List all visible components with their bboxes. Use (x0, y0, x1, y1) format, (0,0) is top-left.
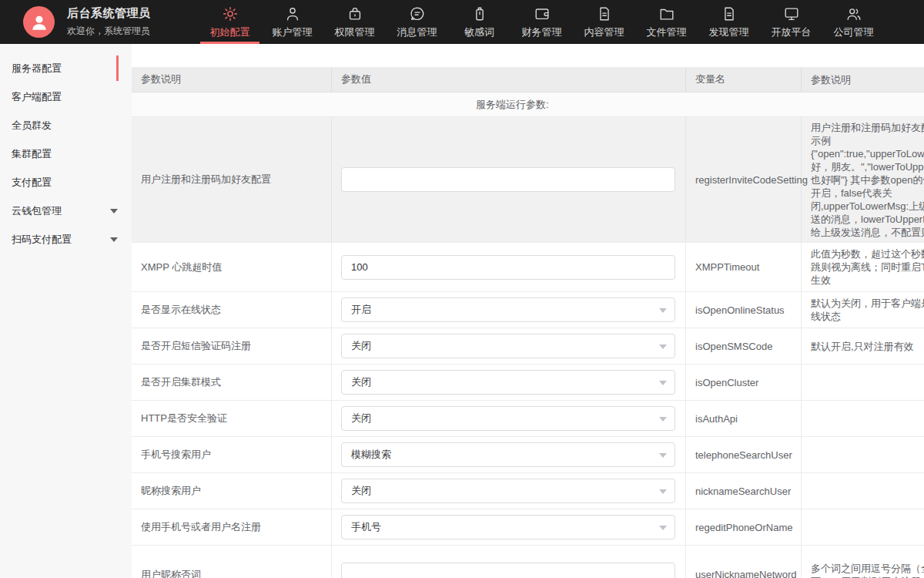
param-description: 多个词之间用逗号分隔（全半角均 可）。用于判别用户注册或修改昵称 (802, 546, 924, 578)
param-select[interactable]: 开启 (341, 297, 675, 322)
nav-label: 内容管理 (584, 25, 624, 39)
select-value: 模糊搜索 (351, 448, 391, 462)
param-description: 用户注册和注册码加好友配置 示例 {"open":true,"upperToLo… (802, 117, 924, 242)
table-row: HTTP是否安全验证 关闭 isAuthApi (132, 401, 924, 437)
nav-label: 权限管理 (335, 25, 375, 39)
nav-item-permissions[interactable]: 权限管理 (323, 0, 386, 44)
header-variable-name: 变量名 (686, 67, 802, 92)
sidebar: 服务器配置 客户端配置 全员群发 集群配置 支付配置 云钱包管理 扫码支付配置 (0, 44, 132, 578)
param-description: 默认为关闭，用于客户端是否显示在 线状态 (802, 292, 924, 328)
nav-item-sensitive-words[interactable]: 敏感词 (448, 0, 511, 44)
variable-name: userNicknameNetword (686, 546, 802, 578)
table-row: 是否开启集群模式 关闭 isOpenCluster (132, 365, 924, 401)
param-value-cell: 手机号 (332, 509, 686, 545)
sidebar-item-server-config[interactable]: 服务器配置 (0, 54, 132, 82)
sidebar-item-label: 集群配置 (12, 148, 52, 160)
param-label: 是否开启短信验证码注册 (132, 328, 332, 364)
nav-item-company[interactable]: 公司管理 (822, 0, 885, 44)
param-input[interactable] (341, 563, 675, 578)
param-select[interactable]: 模糊搜索 (341, 442, 675, 467)
sidebar-item-label: 云钱包管理 (12, 205, 62, 217)
nav-item-content[interactable]: 内容管理 (573, 0, 635, 44)
nav-item-files[interactable]: 文件管理 (635, 0, 698, 44)
welcome-text: 欢迎你，系统管理员 (67, 25, 151, 38)
nav-label: 公司管理 (834, 25, 874, 39)
param-select[interactable]: 关闭 (341, 406, 675, 431)
table-row: 是否显示在线状态 开启 isOpenOnlineStatus 默认为关闭，用于客… (132, 292, 924, 328)
param-select[interactable]: 关闭 (341, 479, 675, 503)
nav-label: 消息管理 (397, 25, 437, 39)
table-row: 用户注册和注册码加好友配置 registerInviteCodeSetting … (132, 117, 924, 243)
param-description (802, 437, 924, 472)
param-value-cell: 关闭 (332, 365, 686, 400)
nav-item-discovery[interactable]: 发现管理 (698, 0, 760, 44)
sidebar-item-label: 全员群发 (12, 119, 52, 131)
param-value-cell (332, 117, 686, 242)
sidebar-item-payment-config[interactable]: 支付配置 (0, 168, 132, 197)
chevron-down-icon (659, 344, 667, 349)
section-label: 服务端运行参数: (476, 98, 549, 112)
select-value: 关闭 (351, 375, 371, 389)
nav-item-accounts[interactable]: 账户管理 (261, 0, 323, 44)
param-label: 用户注册和注册码加好友配置 (132, 117, 332, 242)
param-value-cell: 关闭 (332, 473, 686, 509)
team-icon (845, 5, 862, 22)
topbar: 后台系统管理员 欢迎你，系统管理员 初始配置 账户管理 (0, 0, 924, 44)
header-param-description: 参数说明 (802, 67, 924, 92)
sidebar-item-cloud-wallet[interactable]: 云钱包管理 (0, 197, 132, 225)
param-value-cell: 关闭 (332, 328, 686, 364)
chevron-down-icon (659, 453, 667, 458)
param-select[interactable]: 手机号 (341, 515, 675, 539)
nav-label: 发现管理 (709, 25, 749, 39)
section-row: 服务端运行参数: (132, 92, 924, 117)
param-select[interactable]: 关闭 (341, 334, 675, 358)
wallet-icon (534, 5, 551, 22)
sidebar-item-label: 扫码支付配置 (12, 234, 72, 245)
param-value-cell: 模糊搜索 (332, 437, 686, 472)
header-param-value: 参数值 (332, 67, 686, 92)
param-label: 是否开启集群模式 (132, 365, 332, 400)
nav-label: 敏感词 (464, 25, 494, 39)
param-description (802, 473, 924, 509)
chevron-down-icon (659, 381, 667, 385)
param-label: 是否显示在线状态 (132, 292, 332, 328)
person-icon (29, 12, 49, 32)
nav-label: 文件管理 (647, 25, 687, 39)
config-table: 参数说明 参数值 变量名 参数说明 服务端运行参数: 用户注册和注册码加好友配置… (132, 67, 924, 578)
table-row: 使用手机号或者用户名注册 手机号 regeditPhoneOrName (132, 509, 924, 546)
document-icon (721, 5, 738, 22)
gear-icon (222, 5, 239, 22)
variable-name: isOpenOnlineStatus (686, 292, 802, 328)
avatar[interactable] (23, 6, 55, 38)
nav-item-messages[interactable]: 消息管理 (386, 0, 448, 44)
nav-item-finance[interactable]: 财务管理 (511, 0, 573, 44)
folder-icon (658, 5, 675, 22)
document-icon (596, 5, 613, 22)
nav-label: 初始配置 (210, 25, 250, 39)
chevron-down-icon (659, 308, 667, 313)
param-label: 昵称搜索用户 (132, 473, 332, 509)
nav-item-open-platform[interactable]: 开放平台 (760, 0, 822, 44)
param-input[interactable] (341, 167, 675, 192)
chevron-down-icon (110, 237, 118, 242)
variable-name: regeditPhoneOrName (686, 509, 802, 545)
param-select[interactable]: 关闭 (341, 370, 675, 395)
param-input[interactable] (341, 255, 675, 280)
param-label: 使用手机号或者用户名注册 (132, 509, 332, 545)
select-value: 关闭 (351, 339, 371, 353)
variable-name: isOpenCluster (686, 365, 802, 400)
param-description: 此值为秒数，超过这个秒数无心 跳则视为离线；同时重启Tigase才 生效 (802, 243, 924, 291)
nav-item-initial-config[interactable]: 初始配置 (199, 0, 261, 44)
variable-name: isOpenSMSCode (686, 328, 802, 364)
user-text: 后台系统管理员 欢迎你，系统管理员 (67, 6, 151, 38)
sidebar-item-scan-pay-config[interactable]: 扫码支付配置 (0, 225, 132, 254)
param-description (802, 509, 924, 545)
param-description: 默认开启,只对注册有效 (802, 328, 924, 364)
sidebar-item-client-config[interactable]: 客户端配置 (0, 82, 132, 111)
chevron-down-icon (659, 526, 667, 530)
param-value-cell (332, 243, 686, 291)
sidebar-item-broadcast[interactable]: 全员群发 (0, 111, 132, 139)
bottle-icon (471, 5, 488, 22)
param-description (802, 365, 924, 400)
sidebar-item-cluster-config[interactable]: 集群配置 (0, 139, 132, 168)
